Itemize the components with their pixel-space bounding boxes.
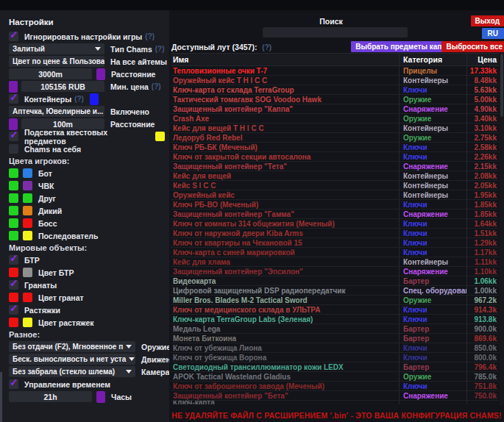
- tripwires-checkbox[interactable]: [9, 305, 18, 315]
- containers-checkbox[interactable]: [9, 94, 18, 104]
- item-category: Ключи: [399, 143, 466, 151]
- player-type-color-swatch[interactable]: [23, 218, 32, 228]
- settings-scrollbar[interactable]: [0, 372, 2, 422]
- item-price: 2.75kk: [466, 133, 499, 142]
- help-icon[interactable]: (?): [155, 45, 165, 53]
- table-row[interactable]: Тепловизионные очки T-7 Прицелы 17.33kk: [171, 66, 499, 76]
- help-icon[interactable]: (?): [145, 32, 155, 40]
- time-color-swatch[interactable]: [96, 391, 105, 403]
- player-type-color-swatch[interactable]: [23, 206, 32, 215]
- table-row[interactable]: Ключ от закрытой секции автосалона Ключи…: [171, 152, 499, 162]
- table-row[interactable]: Crash Axe Оружие 3.40kk: [171, 114, 499, 124]
- visibility-color-swatch[interactable]: [9, 206, 18, 215]
- table-row-partial[interactable]: Ключ-карта: [171, 401, 499, 404]
- visibility-color-swatch[interactable]: [9, 231, 18, 240]
- header-name[interactable]: Имя: [171, 55, 399, 64]
- table-row[interactable]: Кейс для вещей Контейнеры 2.08kk: [171, 171, 499, 181]
- grenade-color-swatch-2[interactable]: [23, 293, 32, 302]
- drop-all-button[interactable]: Выбросить все: [441, 41, 504, 52]
- table-row[interactable]: Ключ РБ-ВО (Меченый) Ключи 1.85kk: [171, 200, 499, 210]
- chams-self-checkbox[interactable]: [9, 144, 18, 154]
- table-row[interactable]: Кейс S I C C Контейнеры 2.05kk: [171, 181, 499, 190]
- table-row[interactable]: Miller Bros. Blades M-2 Tactical Sword О…: [171, 296, 499, 305]
- exit-button[interactable]: Выход: [471, 15, 504, 26]
- help-icon[interactable]: (?): [74, 95, 84, 103]
- table-row[interactable]: Оружейный кейс Контейнеры 1.95kk: [171, 190, 499, 200]
- table-row[interactable]: Кейс для хлама Контейнеры 1.11kk: [171, 257, 499, 267]
- table-row[interactable]: Защищенный контейнер "Гамма" Снаряжение …: [171, 210, 499, 219]
- containers-color-swatch[interactable]: [90, 93, 99, 105]
- item-price: 8.48kk: [466, 76, 499, 85]
- quest-items-checkbox[interactable]: [9, 132, 18, 141]
- table-row[interactable]: Защищенный контейнер "Каппа" Снаряжение …: [171, 104, 499, 114]
- help-icon[interactable]: (?): [152, 82, 161, 90]
- player-colors-list: Бот ЧВК Друг Дикий Босс Последователь: [9, 167, 165, 242]
- player-type-color-swatch[interactable]: [23, 168, 32, 178]
- visibility-color-swatch[interactable]: [9, 218, 18, 228]
- min-price-input[interactable]: 105156 RUB: [21, 81, 104, 92]
- tripwire-color-swatch-2[interactable]: [23, 318, 32, 327]
- item-name: Miller Bros. Blades M-2 Tactical Sword: [171, 296, 399, 304]
- table-row[interactable]: Ледоруб Red Rebel Оружие 2.75kk: [171, 133, 499, 143]
- grenade-color-swatch-1[interactable]: [9, 293, 18, 302]
- table-row[interactable]: Ключ от убежища Ворона Ключи 800.0k: [171, 353, 499, 362]
- item-category: Бартер: [399, 276, 466, 285]
- table-row[interactable]: Ключ от убежища Лиона Ключи 850.0k: [171, 343, 499, 353]
- table-row[interactable]: Ключ-карта TerraGroup Labs (Зеленая) Клю…: [171, 315, 499, 324]
- table-row[interactable]: Видеокарта Бартер 1.06kk: [171, 276, 499, 286]
- table-row[interactable]: Защищенный контейнер "Эпсилон" Снаряжени…: [171, 267, 499, 276]
- ignore-game-settings-checkbox[interactable]: [9, 32, 18, 41]
- distance-color-swatch[interactable]: [96, 68, 105, 80]
- distance-input[interactable]: 3000m: [9, 68, 92, 79]
- grenades-checkbox[interactable]: [9, 280, 18, 290]
- language-button[interactable]: RU: [482, 28, 504, 39]
- container-types-value: Аптечка, Ювелирные и...: [13, 107, 103, 115]
- table-row[interactable]: Медаль Lega Бартер 900.0k: [171, 324, 499, 334]
- search-input[interactable]: [263, 27, 408, 37]
- table-row[interactable]: Монета Биткоина Бартер 869.6k: [171, 334, 499, 343]
- table-row[interactable]: Цифровой защищенный DSP радиопередатчик …: [171, 286, 499, 296]
- misc-select[interactable]: Без забрала (стекло шлема): [9, 366, 135, 377]
- header-category[interactable]: Категория: [399, 54, 466, 65]
- table-row[interactable]: Защищенный контейнер "Бета" Снаряжение 7…: [171, 391, 499, 401]
- btr-color-swatch-2[interactable]: [23, 268, 32, 277]
- quest-items-color-swatch[interactable]: [155, 132, 165, 141]
- visibility-color-swatch[interactable]: [9, 168, 18, 178]
- item-name: Тактический томагавк SOG Voodoo Hawk: [171, 96, 399, 104]
- visibility-color-swatch[interactable]: [9, 181, 18, 190]
- chams-type-select[interactable]: Залитый: [9, 43, 104, 54]
- table-row[interactable]: Светодиодный трансиллюминатор кожи LEDX …: [171, 362, 499, 372]
- table-row[interactable]: Ключ от комнаты 314 общежития (Меченый) …: [171, 219, 499, 229]
- table-row[interactable]: Кейс для вещей T H I C C Контейнеры 3.10…: [171, 124, 499, 133]
- distance-row: 3000m Расстояние: [9, 68, 165, 80]
- time-input[interactable]: 21h: [9, 391, 92, 402]
- btr-color-swatch-1[interactable]: [9, 268, 18, 277]
- container-types-select[interactable]: Аптечка, Ювелирные и...: [9, 106, 104, 117]
- table-row[interactable]: Ключ-карта с синей маркировкой Ключи 1.1…: [171, 248, 499, 257]
- header-price[interactable]: Цена: [466, 54, 499, 65]
- table-scrollbar-thumb[interactable]: [500, 54, 503, 117]
- table-row[interactable]: Ключ от медицинского склада в УЛЬТРА Клю…: [171, 305, 499, 315]
- table-row[interactable]: Ключ-карта от склада TerraGroup Ключи 5.…: [171, 85, 499, 95]
- table-row[interactable]: Ключ от заброшенного завода (Меченый) Кл…: [171, 382, 499, 391]
- table-row[interactable]: Оружейный кейс T H I C C Контейнеры 8.48…: [171, 76, 499, 85]
- table-row[interactable]: Защищенный контейнер "Тета" Снаряжение 2…: [171, 162, 499, 171]
- table-row[interactable]: Тактический томагавк SOG Voodoo Hawk Ору…: [171, 95, 499, 104]
- table-row[interactable]: Ключ от квартиры на Чекановой 15 Ключи 1…: [171, 238, 499, 248]
- help-icon[interactable]: (?): [262, 43, 271, 51]
- color-mode-select[interactable]: Цвет по цене & Пользователь: [9, 56, 104, 67]
- player-type-color-swatch[interactable]: [23, 231, 32, 240]
- tripwire-color-swatch-1[interactable]: [9, 318, 18, 327]
- table-row[interactable]: Ключ РБ-БК (Меченый) Ключи 2.58kk: [171, 143, 499, 152]
- table-row[interactable]: Ключ от наружной двери Kiba Arms Ключи 1…: [171, 229, 499, 238]
- player-type-color-swatch[interactable]: [23, 181, 32, 190]
- visibility-color-swatch[interactable]: [9, 193, 18, 203]
- select-kappa-items-button[interactable]: Выбрать предметы каппа: [351, 41, 455, 52]
- player-type-color-swatch[interactable]: [23, 193, 32, 203]
- btr-checkbox[interactable]: [9, 255, 18, 265]
- time-control-checkbox[interactable]: [9, 379, 18, 389]
- table-row[interactable]: APOK Tactical Wasteland Gladius Оружие 7…: [171, 372, 499, 382]
- table-scrollbar[interactable]: [500, 53, 504, 406]
- misc-select[interactable]: Беск. выносливость и нет уста: [9, 354, 135, 365]
- misc-select[interactable]: Без отдачи (F2), Мгновенное п: [9, 341, 135, 352]
